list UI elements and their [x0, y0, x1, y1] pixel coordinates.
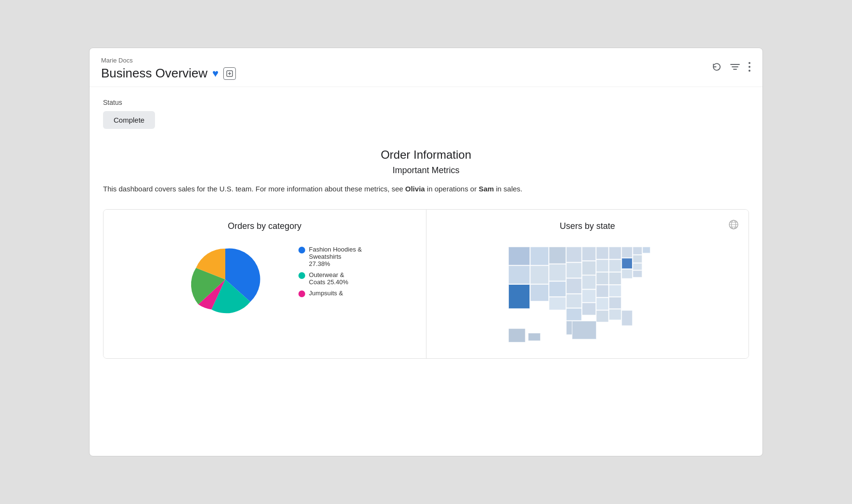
header: Marie Docs Business Overview ♥: [90, 48, 762, 87]
svg-rect-17: [530, 247, 549, 265]
description-suffix: in sales.: [494, 185, 522, 193]
svg-rect-21: [549, 264, 566, 281]
svg-rect-46: [609, 309, 621, 320]
svg-rect-49: [622, 269, 633, 278]
us-map-area: [438, 241, 737, 347]
main-window: Marie Docs Business Overview ♥: [89, 48, 763, 456]
svg-rect-37: [596, 272, 608, 284]
us-map-svg: [452, 241, 722, 347]
description-mid: in operations or: [427, 185, 479, 193]
legend-item-1: Outerwear &Coats 25.40%: [298, 271, 362, 286]
pie-chart-svg: [168, 241, 283, 318]
svg-rect-20: [549, 247, 566, 264]
svg-rect-34: [582, 303, 596, 315]
svg-rect-18: [530, 266, 549, 284]
svg-rect-42: [609, 260, 621, 272]
svg-rect-31: [582, 261, 596, 275]
legend-dot-0: [298, 247, 305, 253]
title-row: Business Overview ♥: [101, 66, 236, 81]
svg-rect-56: [572, 321, 596, 340]
description-text: This dashboard covers sales for the U.S.…: [103, 183, 536, 195]
contact2-name: Sam: [478, 185, 494, 193]
svg-rect-50: [633, 247, 642, 255]
svg-rect-44: [609, 285, 621, 297]
svg-rect-47: [622, 247, 633, 258]
complete-button[interactable]: Complete: [103, 111, 155, 129]
charts-row: Orders by category: [103, 209, 749, 359]
orders-by-category-panel: Orders by category: [103, 210, 426, 358]
svg-rect-24: [567, 247, 581, 262]
header-right: [711, 62, 751, 72]
order-info-section: Order Information Important Metrics This…: [103, 148, 749, 195]
svg-rect-35: [596, 247, 608, 259]
legend-label-2: Jumpsuits &: [309, 290, 343, 297]
svg-rect-22: [549, 281, 566, 296]
breadcrumb: Marie Docs: [101, 57, 236, 64]
pie-chart-area: Fashion Hoodies &Sweatshirts27.38% Outer…: [115, 241, 414, 318]
svg-rect-40: [596, 311, 608, 322]
svg-rect-27: [567, 294, 581, 308]
add-icon[interactable]: [223, 67, 236, 80]
svg-rect-32: [582, 276, 596, 289]
svg-rect-52: [633, 264, 642, 270]
legend-item-0: Fashion Hoodies &Sweatshirts27.38%: [298, 246, 362, 267]
svg-rect-57: [509, 328, 526, 342]
svg-point-8: [749, 70, 750, 72]
svg-point-7: [749, 66, 750, 68]
svg-rect-23: [549, 297, 566, 310]
users-chart-title: Users by state: [438, 221, 737, 231]
filter-icon[interactable]: [730, 63, 740, 71]
legend-dot-1: [298, 272, 305, 279]
svg-rect-43: [609, 272, 621, 284]
svg-rect-36: [596, 260, 608, 272]
description-prefix: This dashboard covers sales for the U.S.…: [103, 185, 403, 193]
metrics-subtitle: Important Metrics: [103, 165, 749, 176]
svg-rect-16: [509, 285, 530, 309]
svg-rect-51: [633, 255, 642, 263]
users-by-state-panel: Users by state: [426, 210, 749, 358]
svg-rect-41: [609, 247, 621, 259]
status-label: Status: [103, 99, 749, 106]
legend-item-2: Jumpsuits &: [298, 290, 362, 297]
order-info-title: Order Information: [103, 148, 749, 162]
svg-rect-14: [509, 247, 530, 265]
svg-rect-58: [529, 333, 541, 341]
svg-rect-53: [633, 271, 642, 277]
legend-label-1: Outerwear &Coats 25.40%: [309, 271, 349, 286]
svg-point-6: [749, 62, 750, 64]
svg-rect-38: [596, 285, 608, 297]
legend-label-0: Fashion Hoodies &Sweatshirts27.38%: [309, 246, 362, 267]
svg-rect-39: [596, 298, 608, 310]
header-left: Marie Docs Business Overview ♥: [101, 57, 236, 81]
pie-legend: Fashion Hoodies &Sweatshirts27.38% Outer…: [298, 241, 362, 297]
refresh-icon[interactable]: [711, 62, 722, 72]
page-title: Business Overview: [101, 66, 207, 81]
content: Status Complete Order Information Import…: [90, 87, 762, 456]
svg-rect-33: [582, 290, 596, 302]
svg-rect-54: [643, 247, 650, 253]
svg-rect-59: [622, 258, 633, 269]
svg-rect-25: [567, 263, 581, 277]
svg-rect-45: [609, 297, 621, 309]
legend-dot-2: [298, 290, 305, 297]
svg-rect-28: [567, 308, 581, 320]
heart-icon[interactable]: ♥: [212, 67, 219, 80]
globe-icon[interactable]: [728, 219, 739, 232]
svg-rect-26: [567, 278, 581, 293]
more-options-icon[interactable]: [748, 62, 751, 72]
svg-rect-30: [582, 247, 596, 261]
svg-rect-55: [622, 311, 633, 326]
orders-chart-title: Orders by category: [115, 221, 414, 231]
contact1-name: Olivia: [405, 185, 425, 193]
svg-rect-19: [530, 285, 549, 302]
svg-rect-15: [509, 266, 530, 284]
